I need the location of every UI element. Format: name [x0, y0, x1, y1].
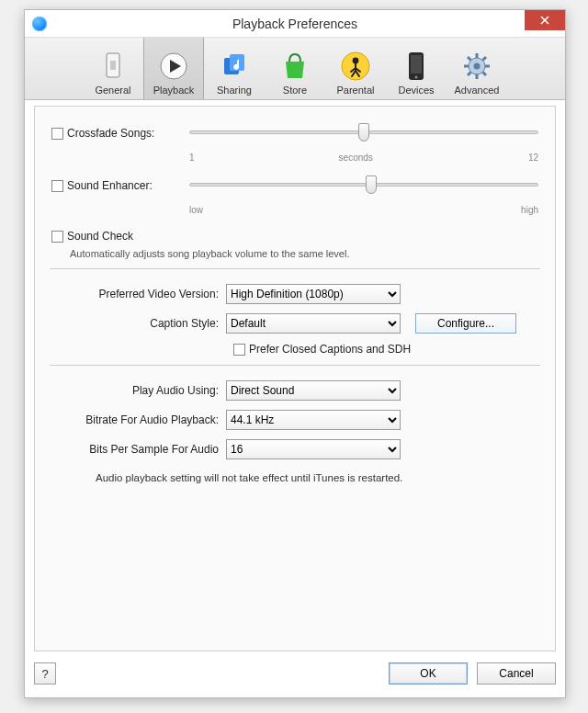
- tab-advanced[interactable]: Advanced: [447, 38, 507, 99]
- tab-label: Parental: [337, 85, 375, 96]
- svg-line-22: [468, 73, 471, 76]
- play-audio-label: Play Audio Using:: [51, 384, 226, 397]
- bitrate-select[interactable]: 44.1 kHz: [226, 410, 401, 430]
- store-icon: [278, 50, 311, 83]
- titlebar: Playback Preferences: [25, 10, 565, 38]
- preferences-window: Playback Preferences General Playback Sh…: [24, 9, 566, 698]
- svg-line-19: [468, 57, 471, 61]
- sharing-icon: [218, 50, 251, 83]
- tab-devices[interactable]: Devices: [386, 38, 447, 99]
- close-button[interactable]: [525, 10, 565, 30]
- bits-label: Bits Per Sample For Audio: [51, 443, 226, 456]
- soundcheck-row: Sound Check: [51, 230, 538, 243]
- tab-label: Playback: [153, 85, 195, 96]
- window-title: Playback Preferences: [25, 17, 565, 31]
- enhancer-slider[interactable]: [189, 174, 538, 198]
- tab-store[interactable]: Store: [265, 38, 325, 99]
- prefer-cc-row: Prefer Closed Captions and SDH: [233, 343, 538, 356]
- bottom-bar: ? OK Cancel: [34, 659, 556, 688]
- tab-label: Advanced: [455, 85, 500, 96]
- audio-restart-note: Audio playback setting will not take eff…: [96, 472, 538, 483]
- bits-row: Bits Per Sample For Audio 16: [51, 439, 538, 459]
- prefer-cc-checkbox[interactable]: [233, 344, 245, 356]
- tab-general[interactable]: General: [83, 38, 143, 99]
- preferred-video-label: Preferred Video Version:: [51, 288, 226, 300]
- play-audio-select[interactable]: Direct Sound: [226, 380, 401, 401]
- crossfade-label: Crossfade Songs:: [67, 127, 154, 140]
- soundcheck-label: Sound Check: [67, 230, 133, 243]
- slider-thumb[interactable]: [358, 123, 369, 141]
- cancel-button[interactable]: Cancel: [477, 662, 556, 685]
- play-audio-row: Play Audio Using: Direct Sound: [51, 380, 538, 401]
- bitrate-label: Bitrate For Audio Playback:: [51, 413, 226, 426]
- enhancer-scale: low high: [189, 205, 538, 215]
- soundcheck-desc: Automatically adjusts song playback volu…: [70, 248, 538, 259]
- prefer-cc-label: Prefer Closed Captions and SDH: [249, 343, 411, 356]
- caption-style-select[interactable]: Default: [226, 313, 401, 334]
- enhancer-label: Sound Enhancer:: [67, 179, 153, 192]
- crossfade-row: Crossfade Songs:: [51, 121, 538, 145]
- divider: [50, 268, 540, 269]
- crossfade-checkbox[interactable]: [51, 128, 63, 140]
- content-panel: Crossfade Songs: 1 seconds 12 Sound Enha…: [34, 106, 556, 651]
- devices-icon: [400, 50, 433, 83]
- tab-label: Sharing: [217, 85, 252, 96]
- tab-parental[interactable]: Parental: [325, 38, 386, 99]
- slider-track: [189, 183, 538, 187]
- crossfade-slider[interactable]: [189, 121, 538, 145]
- close-icon: [540, 16, 549, 25]
- caption-style-label: Caption Style:: [51, 317, 226, 330]
- ok-button[interactable]: OK: [389, 662, 468, 685]
- svg-rect-11: [411, 55, 422, 74]
- scale-max: 12: [528, 153, 538, 163]
- svg-point-14: [474, 63, 481, 70]
- itunes-icon: [32, 17, 47, 31]
- bits-select[interactable]: 16: [226, 439, 401, 459]
- parental-icon: [339, 50, 372, 83]
- svg-point-12: [414, 75, 417, 78]
- scale-high: high: [521, 205, 538, 215]
- tab-label: General: [95, 85, 130, 96]
- svg-rect-3: [110, 61, 116, 70]
- configure-button[interactable]: Configure...: [415, 313, 516, 334]
- scale-unit: seconds: [339, 153, 373, 163]
- enhancer-checkbox[interactable]: [51, 180, 63, 192]
- scale-min: 1: [189, 153, 195, 163]
- tab-label: Store: [283, 85, 307, 96]
- svg-line-20: [483, 73, 487, 76]
- tab-sharing[interactable]: Sharing: [204, 38, 265, 99]
- bitrate-row: Bitrate For Audio Playback: 44.1 kHz: [51, 410, 538, 430]
- preferred-video-select[interactable]: High Definition (1080p): [226, 284, 401, 304]
- preferred-video-row: Preferred Video Version: High Definition…: [51, 284, 538, 304]
- scale-low: low: [189, 205, 203, 215]
- svg-line-21: [483, 57, 487, 61]
- caption-style-row: Caption Style: Default Configure...: [51, 313, 538, 334]
- general-icon: [96, 50, 130, 83]
- soundcheck-checkbox[interactable]: [51, 231, 63, 243]
- tab-playback[interactable]: Playback: [143, 38, 204, 99]
- divider: [50, 365, 540, 366]
- slider-thumb[interactable]: [366, 175, 377, 194]
- playback-icon: [157, 50, 190, 83]
- tab-label: Devices: [398, 85, 434, 96]
- help-button[interactable]: ?: [34, 662, 56, 685]
- enhancer-row: Sound Enhancer:: [51, 174, 538, 198]
- gear-icon: [460, 50, 493, 83]
- crossfade-scale: 1 seconds 12: [189, 153, 538, 163]
- tab-toolbar: General Playback Sharing Store Parental: [25, 38, 565, 100]
